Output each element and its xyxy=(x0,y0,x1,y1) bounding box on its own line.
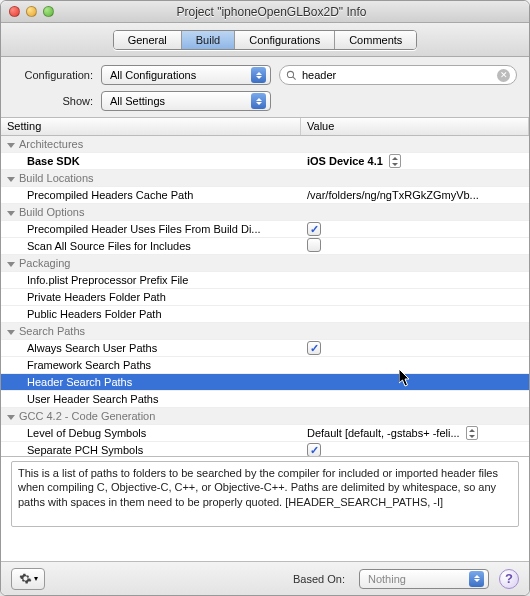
checkbox[interactable] xyxy=(307,341,321,355)
show-label: Show: xyxy=(13,95,93,107)
select-stepper-icon xyxy=(251,93,266,109)
row-framework-search[interactable]: Framework Search Paths xyxy=(1,357,529,374)
help-button[interactable]: ? xyxy=(499,569,519,589)
window-title: Project "iphoneOpenGLBox2D" Info xyxy=(54,5,529,19)
row-user-header-search[interactable]: User Header Search Paths xyxy=(1,391,529,408)
setting-description: This is a list of paths to folders to be… xyxy=(11,461,519,527)
row-debug-level[interactable]: Level of Debug Symbols Default [default,… xyxy=(1,425,529,442)
based-on-select[interactable]: Nothing xyxy=(359,569,489,589)
row-scan-all[interactable]: Scan All Source Files for Includes xyxy=(1,238,529,255)
column-value[interactable]: Value xyxy=(301,118,529,135)
gear-icon xyxy=(19,572,32,585)
settings-table: Setting Value Architectures Base SDK iOS… xyxy=(1,117,529,457)
configuration-value: All Configurations xyxy=(110,69,196,81)
row-always-search[interactable]: Always Search User Paths xyxy=(1,340,529,357)
footer: Based On: Nothing ? xyxy=(1,561,529,595)
group-build-locations[interactable]: Build Locations xyxy=(1,170,529,187)
svg-line-1 xyxy=(293,76,296,79)
filter-bar: Configuration: All Configurations ✕ Show… xyxy=(1,57,529,117)
select-stepper-icon xyxy=(469,571,484,587)
group-search-paths[interactable]: Search Paths xyxy=(1,323,529,340)
search-icon xyxy=(286,70,297,81)
table-body: Architectures Base SDK iOS Device 4.1 Bu… xyxy=(1,136,529,456)
row-private-hdr[interactable]: Private Headers Folder Path xyxy=(1,289,529,306)
based-on-value: Nothing xyxy=(368,573,406,585)
row-pch-uses[interactable]: Precompiled Header Uses Files From Build… xyxy=(1,221,529,238)
configuration-label: Configuration: xyxy=(13,69,93,81)
based-on: Based On: xyxy=(293,573,349,585)
search-input[interactable] xyxy=(302,69,492,81)
show-select[interactable]: All Settings xyxy=(101,91,271,111)
group-gcc-code[interactable]: GCC 4.2 - Code Generation xyxy=(1,408,529,425)
titlebar: Project "iphoneOpenGLBox2D" Info xyxy=(1,1,529,23)
configuration-select[interactable]: All Configurations xyxy=(101,65,271,85)
search-input-wrap[interactable]: ✕ xyxy=(279,65,517,85)
show-value: All Settings xyxy=(110,95,165,107)
row-info-plist[interactable]: Info.plist Preprocessor Prefix File xyxy=(1,272,529,289)
checkbox[interactable] xyxy=(307,443,321,456)
based-on-label: Based On: xyxy=(293,573,345,585)
disclosure-triangle-icon xyxy=(7,143,15,148)
clear-search-icon[interactable]: ✕ xyxy=(497,69,510,82)
checkbox[interactable] xyxy=(307,222,321,236)
group-architectures[interactable]: Architectures xyxy=(1,136,529,153)
action-menu-button[interactable] xyxy=(11,568,45,590)
column-setting[interactable]: Setting xyxy=(1,118,301,135)
tab-general[interactable]: General xyxy=(114,31,182,49)
group-build-options[interactable]: Build Options xyxy=(1,204,529,221)
checkbox[interactable] xyxy=(307,238,321,252)
stepper-icon[interactable] xyxy=(466,426,478,440)
tab-segmented: General Build Configurations Comments xyxy=(113,30,418,50)
tab-comments[interactable]: Comments xyxy=(335,31,416,49)
minimize-window-icon[interactable] xyxy=(26,6,37,17)
row-base-sdk[interactable]: Base SDK iOS Device 4.1 xyxy=(1,153,529,170)
row-separate-pch[interactable]: Separate PCH Symbols xyxy=(1,442,529,456)
row-public-hdr[interactable]: Public Headers Folder Path xyxy=(1,306,529,323)
row-pch-cache[interactable]: Precompiled Headers Cache Path /var/fold… xyxy=(1,187,529,204)
row-header-search[interactable]: Header Search Paths xyxy=(1,374,529,391)
svg-point-0 xyxy=(287,71,293,77)
window-controls xyxy=(1,6,54,17)
tab-build[interactable]: Build xyxy=(182,31,235,49)
tab-configurations[interactable]: Configurations xyxy=(235,31,335,49)
group-packaging[interactable]: Packaging xyxy=(1,255,529,272)
tabbar: General Build Configurations Comments xyxy=(1,23,529,57)
table-header: Setting Value xyxy=(1,118,529,136)
zoom-window-icon[interactable] xyxy=(43,6,54,17)
stepper-icon[interactable] xyxy=(389,154,401,168)
close-window-icon[interactable] xyxy=(9,6,20,17)
select-stepper-icon xyxy=(251,67,266,83)
